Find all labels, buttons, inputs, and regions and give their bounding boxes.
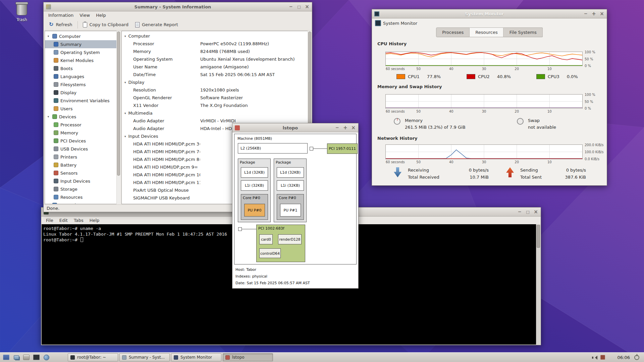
hardinfo-titlebar[interactable]: Summary - System Information bbox=[44, 2, 312, 11]
info-row-processor[interactable]: ProcessorPowerPC e500v2 (1199.88MHz) bbox=[122, 40, 311, 48]
sysmon-minimize-button[interactable] bbox=[583, 11, 588, 16]
menu-item-file[interactable]: File bbox=[43, 217, 56, 224]
package-0-l1i-box: L1i (32KB) bbox=[241, 180, 268, 191]
expander-icon[interactable]: ▾ bbox=[124, 135, 126, 138]
sysmon-title: System Monitor bbox=[392, 11, 577, 16]
taskbar-task-root-tabor[interactable]: root@Tabor: ~ bbox=[68, 353, 118, 361]
package-1-core-box: Core P#0 PU P#1 bbox=[277, 194, 304, 220]
hardinfo-minimize-button[interactable] bbox=[288, 4, 293, 9]
hardinfo-close-button[interactable] bbox=[305, 4, 310, 9]
sidebar-item-summary[interactable]: Summary bbox=[45, 40, 120, 48]
info-row-x11-vendor[interactable]: X11 VendorThe X.Org Foundation bbox=[122, 102, 311, 109]
sidebar-group-devices[interactable]: ▾Devices bbox=[45, 113, 120, 121]
sidebar-item-input-devices[interactable]: Input Devices bbox=[45, 177, 120, 185]
package-1-core-label: Core P#0 bbox=[279, 196, 296, 200]
tab-resources[interactable]: Resources bbox=[470, 27, 503, 37]
sidebar-group-computer[interactable]: ▾Computer bbox=[45, 32, 120, 40]
tree-scrollbar-thumb[interactable] bbox=[117, 32, 120, 176]
sidebar-item-battery[interactable]: Battery bbox=[45, 161, 120, 169]
toolbar-button-copy-to-clipboard[interactable]: Copy to Clipboard bbox=[79, 20, 132, 29]
section-header-computer[interactable]: ▾Computer bbox=[122, 32, 311, 40]
menu-item-edit[interactable]: Edit bbox=[56, 217, 71, 224]
sidebar-item-memory[interactable]: Memory bbox=[45, 129, 120, 137]
sidebar-item-storage[interactable]: Storage bbox=[45, 185, 120, 193]
volume-icon[interactable] bbox=[592, 355, 597, 360]
sidebar-item-resources[interactable]: Resources bbox=[45, 193, 120, 201]
taskbar-task-summary-syst[interactable]: Summary - Syst... bbox=[119, 353, 170, 361]
sidebar-group-network[interactable]: ▾Network bbox=[45, 201, 120, 204]
expander-icon[interactable]: ▾ bbox=[124, 81, 126, 84]
launcher-network[interactable] bbox=[42, 353, 51, 361]
info-row-opengl-renderer[interactable]: OpenGL RendererSoftware Rasterizer bbox=[122, 94, 311, 102]
terminal-close-button[interactable] bbox=[533, 209, 538, 215]
expander-icon[interactable]: ▾ bbox=[46, 35, 50, 38]
expander-icon[interactable]: ▾ bbox=[46, 203, 50, 204]
x-axis-label: 20 bbox=[515, 160, 519, 164]
terminal-scrollbar-thumb[interactable] bbox=[537, 225, 540, 248]
taskbar-task-lstopo[interactable]: lstopo bbox=[223, 353, 273, 361]
taskbar-task-system-monitor[interactable]: System Monitor bbox=[171, 353, 221, 361]
info-row-memory[interactable]: Memory8244MB (768MB used) bbox=[122, 48, 311, 55]
expander-icon[interactable]: ▾ bbox=[46, 115, 50, 118]
toolbar-button-refresh[interactable]: Refresh bbox=[46, 20, 76, 29]
lstopo-titlebar[interactable]: lstopo bbox=[232, 123, 358, 132]
sysmon-titlebar[interactable]: System Monitor bbox=[372, 9, 607, 18]
sidebar-item-pci-devices[interactable]: PCI Devices bbox=[45, 137, 120, 145]
launcher-displays[interactable] bbox=[12, 353, 21, 361]
menu-item-help[interactable]: Help bbox=[87, 217, 103, 224]
tree-scrollbar[interactable] bbox=[116, 31, 120, 204]
trash-desktop-icon[interactable]: Trash bbox=[11, 3, 32, 22]
sidebar-item-filesystems[interactable]: Filesystems bbox=[45, 80, 120, 88]
info-row-resolution[interactable]: Resolution1920x1080 pixels bbox=[122, 86, 311, 94]
sending-legend-item: Sending 0 bytes/s Total Sent 387.6 KiB bbox=[506, 167, 586, 181]
sysmon-close-button[interactable] bbox=[599, 11, 604, 16]
lstopo-close-button[interactable] bbox=[351, 125, 356, 130]
receiving-label: Receiving bbox=[408, 167, 429, 174]
info-row-user-name[interactable]: User Nameamigaone (Amigaone) bbox=[122, 63, 311, 71]
sidebar-item-environment-variables[interactable]: Environment Variables bbox=[45, 97, 120, 105]
menu-item-tabs[interactable]: Tabs bbox=[71, 217, 87, 224]
sidebar-item-boots[interactable]: Boots bbox=[45, 64, 120, 72]
filesystems-icon bbox=[54, 82, 58, 87]
sidebar-item-usb-devices[interactable]: USB Devices bbox=[45, 145, 120, 153]
sidebar-item-languages[interactable]: Languages bbox=[45, 72, 120, 80]
lstopo-minimize-button[interactable] bbox=[335, 125, 340, 130]
taskbar: root@Tabor: ~Summary - Syst...System Mon… bbox=[0, 352, 644, 362]
computer-icon bbox=[52, 34, 57, 39]
menu-item-help[interactable]: Help bbox=[93, 12, 109, 18]
launcher-app-menu[interactable] bbox=[2, 353, 11, 361]
sidebar-item-kernel-modules[interactable]: Kernel Modules bbox=[45, 56, 120, 64]
expander-icon[interactable]: ▾ bbox=[124, 112, 126, 115]
hardinfo-maximize-button[interactable] bbox=[297, 4, 302, 9]
clock[interactable]: 06:06 bbox=[618, 355, 630, 360]
swap-legend-item: Swap not available bbox=[517, 117, 556, 131]
info-row-date-time[interactable]: Date/TimeSat 15 Feb 2025 06:06:15 AM AST bbox=[122, 71, 311, 78]
usb-devices-icon bbox=[54, 146, 58, 151]
terminal-minimize-button[interactable] bbox=[517, 209, 522, 215]
lstopo-maximize-button[interactable] bbox=[343, 125, 348, 130]
terminal-scrollbar[interactable] bbox=[536, 224, 540, 345]
sidebar-item-processor[interactable]: Processor bbox=[45, 121, 120, 129]
launcher-file-manager[interactable] bbox=[22, 353, 31, 361]
memory-history-heading: Memory and Swap History bbox=[377, 84, 442, 89]
notification-icon[interactable] bbox=[600, 355, 605, 360]
tab-processes[interactable]: Processes bbox=[436, 27, 470, 37]
sidebar-item-sensors[interactable]: Sensors bbox=[45, 169, 120, 177]
section-header-multimedia[interactable]: ▾Multimedia bbox=[122, 109, 311, 117]
menu-item-information[interactable]: Information bbox=[45, 12, 76, 18]
sidebar-item-users[interactable]: Users bbox=[45, 105, 120, 113]
info-row-operating-system[interactable]: Operating SystemUbuntu Xenial Xerus (dev… bbox=[122, 55, 311, 63]
sidebar-item-printers[interactable]: Printers bbox=[45, 153, 120, 161]
tab-file-systems[interactable]: File Systems bbox=[504, 27, 543, 37]
section-header-display[interactable]: ▾Display bbox=[122, 78, 311, 86]
terminal-maximize-button[interactable] bbox=[525, 209, 530, 215]
sidebar-item-operating-system[interactable]: Operating System bbox=[45, 48, 120, 56]
expander-icon[interactable]: ▾ bbox=[124, 35, 126, 38]
toolbar-button-generate-report[interactable]: Generate Report bbox=[132, 20, 181, 29]
sidebar-item-display[interactable]: Display bbox=[45, 88, 120, 97]
sysmon-maximize-button[interactable] bbox=[591, 11, 596, 16]
network-history-chart: 200.0 KiB/s100.0 KiB/s0.0 KiB/s60 second… bbox=[385, 144, 583, 159]
power-icon[interactable] bbox=[634, 355, 639, 360]
launcher-terminal[interactable] bbox=[32, 353, 41, 361]
menu-item-view[interactable]: View bbox=[76, 12, 93, 18]
